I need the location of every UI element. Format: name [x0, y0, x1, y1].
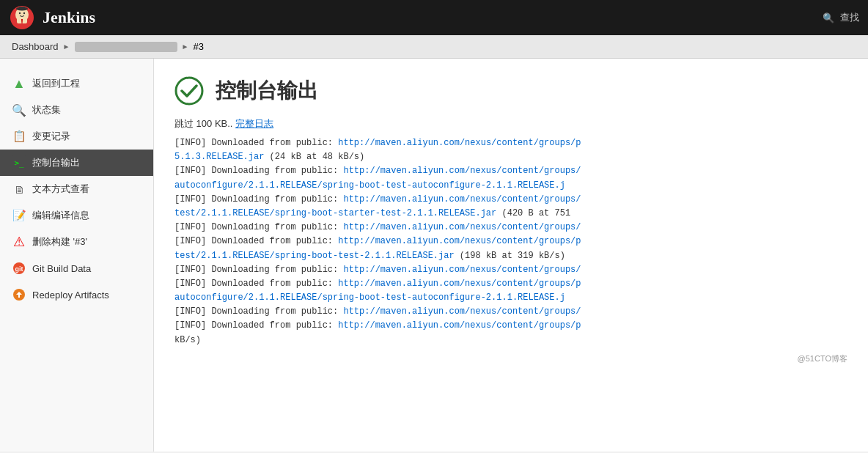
search-area: 🔍 查找 — [823, 11, 859, 24]
console-line: [INFO] Downloaded from public: http://ma… — [174, 235, 847, 248]
app-title: Jenkins — [43, 8, 95, 27]
breadcrumb-dashboard[interactable]: Dashboard — [12, 41, 59, 52]
sidebar-item-label: Git Build Data — [32, 263, 91, 274]
breadcrumb-sep1: ► — [63, 43, 70, 51]
sidebar-item-label: 状态集 — [32, 103, 61, 117]
file-text-icon: 🗎 — [12, 182, 26, 196]
jenkins-logo-icon — [9, 4, 35, 31]
page-title: 控制台输出 — [216, 77, 318, 105]
console-line: [INFO] Downloaded from public: http://ma… — [174, 319, 847, 333]
delete-icon: ⚠ — [12, 235, 26, 249]
skip-line: 跳过 100 KB.. 完整日志 — [174, 117, 847, 130]
watermark: @51CTO博客 — [174, 353, 847, 364]
breadcrumb-build: #3 — [193, 41, 203, 52]
logo-area: Jenkins — [9, 4, 95, 31]
console-output: [INFO] Downloaded from public: http://ma… — [174, 136, 847, 347]
svg-rect-8 — [19, 7, 25, 10]
sidebar: ▲ 返回到工程 🔍 状态集 📋 变更记录 >_ 控制台输出 🗎 文本方式查看 📝… — [0, 59, 154, 452]
redeploy-icon — [12, 287, 26, 302]
sidebar-item-status-set[interactable]: 🔍 状态集 — [0, 97, 153, 123]
console-line: [INFO] Downloading from public: http://m… — [174, 221, 847, 235]
console-line: test/2.1.1.RELEASE/spring-boot-test-2.1.… — [174, 249, 847, 263]
console-line: [INFO] Downloading from public: http://m… — [174, 193, 847, 207]
console-line: test/2.1.1.RELEASE/spring-boot-starter-t… — [174, 207, 847, 221]
sidebar-item-git-build-data[interactable]: git Git Build Data — [0, 255, 153, 281]
sidebar-item-label: 编辑编译信息 — [32, 209, 89, 222]
magnifier-icon: 🔍 — [12, 103, 26, 117]
console-line: [INFO] Downloading from public: http://m… — [174, 263, 847, 277]
full-log-link[interactable]: 完整日志 — [235, 118, 273, 129]
search-icon: 🔍 — [823, 12, 834, 23]
svg-text:git: git — [15, 265, 23, 273]
sidebar-item-label: 变更记录 — [32, 130, 70, 143]
console-line: 5.1.3.RELEASE.jar (24 kB at 48 kB/s) — [174, 150, 847, 164]
breadcrumb-project — [75, 42, 177, 52]
terminal-icon: >_ — [12, 155, 26, 170]
sidebar-item-label: 删除构建 '#3' — [32, 235, 87, 248]
svg-point-4 — [19, 12, 21, 14]
skip-text: 跳过 100 KB.. — [174, 118, 232, 129]
page-title-area: 控制台输出 — [174, 76, 847, 106]
console-line: kB/s) — [174, 334, 847, 347]
main-content: 控制台输出 跳过 100 KB.. 完整日志 [INFO] Downloaded… — [154, 59, 868, 452]
edit-icon: 📝 — [12, 208, 26, 223]
search-label: 查找 — [840, 11, 859, 24]
breadcrumb: Dashboard ► ► #3 — [0, 35, 868, 59]
sidebar-item-delete-build[interactable]: ⚠ 删除构建 '#3' — [0, 229, 153, 255]
sidebar-item-label: 控制台输出 — [32, 156, 80, 169]
sidebar-item-label: 返回到工程 — [32, 77, 80, 90]
app-header: Jenkins 🔍 查找 — [0, 0, 868, 35]
git-icon: git — [12, 261, 26, 276]
main-layout: ▲ 返回到工程 🔍 状态集 📋 变更记录 >_ 控制台输出 🗎 文本方式查看 📝… — [0, 59, 868, 452]
svg-point-5 — [23, 12, 25, 14]
sidebar-item-console-output[interactable]: >_ 控制台输出 — [0, 150, 153, 176]
notepad-icon: 📋 — [12, 129, 26, 144]
console-line: autoconfigure/2.1.1.RELEASE/spring-boot-… — [174, 179, 847, 193]
console-line: [INFO] Downloaded from public: http://ma… — [174, 277, 847, 291]
sidebar-item-change-log[interactable]: 📋 变更记录 — [0, 123, 153, 150]
console-line: [INFO] Downloading from public: http://m… — [174, 305, 847, 319]
breadcrumb-sep2: ► — [182, 43, 189, 51]
sidebar-item-label: 文本方式查看 — [32, 183, 89, 196]
svg-point-12 — [176, 78, 202, 104]
console-line: autoconfigure/2.1.1.RELEASE/spring-boot-… — [174, 291, 847, 305]
up-arrow-icon: ▲ — [12, 76, 26, 91]
sidebar-item-edit-build-info[interactable]: 📝 编辑编译信息 — [0, 202, 153, 229]
console-line: [INFO] Downloading from public: http://m… — [174, 164, 847, 178]
sidebar-item-back-to-project[interactable]: ▲ 返回到工程 — [0, 70, 153, 97]
console-line: [INFO] Downloaded from public: http://ma… — [174, 136, 847, 150]
success-check-icon — [174, 76, 204, 106]
sidebar-item-label: Redeploy Artifacts — [32, 290, 109, 301]
sidebar-item-redeploy-artifacts[interactable]: Redeploy Artifacts — [0, 281, 153, 308]
sidebar-item-text-view[interactable]: 🗎 文本方式查看 — [0, 176, 153, 202]
